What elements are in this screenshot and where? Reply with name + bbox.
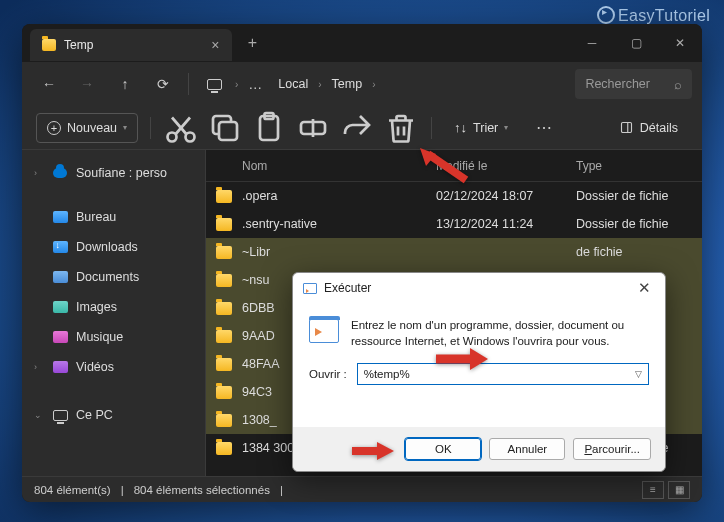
refresh-button[interactable]: ⟳ <box>146 69 180 99</box>
browse-button[interactable]: Parcourir... <box>573 438 651 460</box>
rename-icon[interactable] <box>295 113 331 143</box>
status-count: 804 élément(s) <box>34 484 111 496</box>
sidebar-onedrive[interactable]: ›Soufiane : perso <box>26 158 201 188</box>
open-label: Ouvrir : <box>309 368 347 380</box>
breadcrumb-overflow[interactable]: … <box>242 76 268 92</box>
dialog-title: Exécuter <box>324 281 371 295</box>
tab-title: Temp <box>64 38 93 52</box>
open-input[interactable]: %temp% ▽ <box>357 363 649 385</box>
cancel-button[interactable]: Annuler <box>489 438 565 460</box>
view-grid-icon[interactable]: ▦ <box>668 481 690 499</box>
run-icon <box>303 283 317 294</box>
statusbar: 804 élément(s) | 804 éléments sélectionn… <box>22 476 702 502</box>
dialog-close-icon[interactable]: ✕ <box>634 279 655 297</box>
sidebar: ›Soufiane : perso Bureau Downloads Docum… <box>22 150 206 476</box>
new-button[interactable]: + Nouveau ▾ <box>36 113 138 143</box>
pc-icon[interactable] <box>197 69 231 99</box>
watermark: EasyTutoriel <box>597 6 710 25</box>
delete-icon[interactable] <box>383 113 419 143</box>
minimize-button[interactable]: ─ <box>570 24 614 62</box>
new-tab-button[interactable]: + <box>238 34 268 52</box>
folder-icon <box>42 39 56 51</box>
dialog-description: Entrez le nom d'un programme, dossier, d… <box>351 317 649 349</box>
dialog-titlebar: Exécuter ✕ <box>293 273 665 303</box>
sidebar-images[interactable]: Images <box>26 292 201 322</box>
back-button[interactable]: ← <box>32 69 66 99</box>
toolbar: + Nouveau ▾ ↑↓ Trier ▾ ⋯ Détails <box>22 106 702 150</box>
sidebar-desktop[interactable]: Bureau <box>26 202 201 232</box>
forward-button[interactable]: → <box>70 69 104 99</box>
breadcrumb-temp[interactable]: Temp <box>326 77 369 91</box>
list-header[interactable]: Nom Modifié le Type <box>206 150 702 182</box>
copy-icon[interactable] <box>207 113 243 143</box>
more-icon[interactable]: ⋯ <box>526 113 562 143</box>
sidebar-downloads[interactable]: Downloads <box>26 232 201 262</box>
close-button[interactable]: ✕ <box>658 24 702 62</box>
run-large-icon <box>309 319 339 343</box>
sidebar-music[interactable]: Musique <box>26 322 201 352</box>
sidebar-videos[interactable]: ›Vidéos <box>26 352 201 382</box>
sidebar-documents[interactable]: Documents <box>26 262 201 292</box>
table-row[interactable]: .sentry-native13/12/2024 11:24Dossier de… <box>206 210 702 238</box>
tab-temp[interactable]: Temp × <box>30 29 232 61</box>
table-row[interactable]: ~Librde fichie <box>206 238 702 266</box>
paste-icon[interactable] <box>251 113 287 143</box>
svg-point-0 <box>168 132 177 141</box>
run-dialog: Exécuter ✕ Entrez le nom d'un programme,… <box>292 272 666 472</box>
table-row[interactable]: .opera02/12/2024 18:07Dossier de fichie <box>206 182 702 210</box>
titlebar: Temp × + ─ ▢ ✕ <box>22 24 702 62</box>
svg-rect-2 <box>219 122 237 140</box>
cut-icon[interactable] <box>163 113 199 143</box>
svg-rect-6 <box>621 123 631 133</box>
view-list-icon[interactable]: ≡ <box>642 481 664 499</box>
tab-close-icon[interactable]: × <box>211 37 219 53</box>
dropdown-icon[interactable]: ▽ <box>635 369 642 379</box>
navbar: ← → ↑ ⟳ › … Local › Temp › Rechercher ⌕ <box>22 62 702 106</box>
search-icon: ⌕ <box>674 77 682 92</box>
up-button[interactable]: ↑ <box>108 69 142 99</box>
svg-point-1 <box>186 132 195 141</box>
sort-button[interactable]: ↑↓ Trier ▾ <box>444 113 518 143</box>
ok-button[interactable]: OK <box>405 438 481 460</box>
breadcrumb-local[interactable]: Local <box>272 77 314 91</box>
search-input[interactable]: Rechercher ⌕ <box>575 69 692 99</box>
sidebar-thispc[interactable]: ⌄Ce PC <box>26 400 201 430</box>
status-selected: 804 éléments sélectionnés <box>134 484 270 496</box>
share-icon[interactable] <box>339 113 375 143</box>
details-button[interactable]: Détails <box>609 113 688 143</box>
maximize-button[interactable]: ▢ <box>614 24 658 62</box>
